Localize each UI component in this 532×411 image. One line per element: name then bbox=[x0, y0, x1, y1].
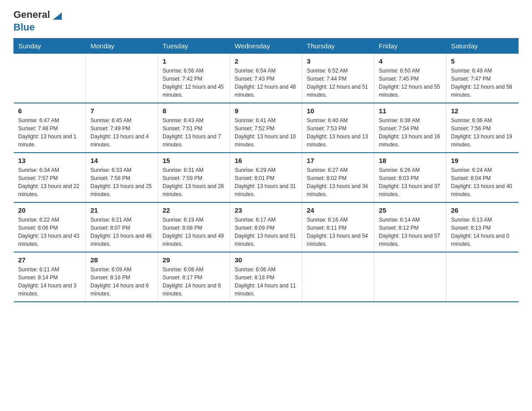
day-cell: 3Sunrise: 6:52 AMSunset: 7:44 PMDaylight… bbox=[302, 53, 374, 103]
day-number: 10 bbox=[307, 107, 369, 115]
day-info: Sunrise: 6:31 AMSunset: 7:59 PMDaylight:… bbox=[163, 166, 225, 198]
day-cell: 2Sunrise: 6:54 AMSunset: 7:43 PMDaylight… bbox=[230, 53, 302, 103]
day-number: 30 bbox=[235, 256, 297, 264]
day-cell bbox=[446, 252, 519, 302]
day-cell: 18Sunrise: 6:26 AMSunset: 8:03 PMDayligh… bbox=[374, 153, 446, 202]
day-info: Sunrise: 6:41 AMSunset: 7:52 PMDaylight:… bbox=[235, 116, 297, 149]
day-number: 7 bbox=[90, 107, 153, 115]
week-row-2: 6Sunrise: 6:47 AMSunset: 7:48 PMDaylight… bbox=[14, 103, 519, 153]
week-row-5: 27Sunrise: 6:11 AMSunset: 8:14 PMDayligh… bbox=[14, 252, 519, 302]
day-info: Sunrise: 6:36 AMSunset: 7:56 PMDaylight:… bbox=[451, 116, 514, 149]
day-info: Sunrise: 6:17 AMSunset: 8:09 PMDaylight:… bbox=[235, 216, 297, 248]
day-number: 3 bbox=[307, 57, 369, 65]
day-info: Sunrise: 6:14 AMSunset: 8:12 PMDaylight:… bbox=[379, 216, 442, 248]
weekday-header-tuesday: Tuesday bbox=[158, 38, 230, 53]
day-cell: 13Sunrise: 6:34 AMSunset: 7:57 PMDayligh… bbox=[14, 153, 86, 202]
day-number: 19 bbox=[451, 157, 514, 164]
day-info: Sunrise: 6:22 AMSunset: 8:06 PMDaylight:… bbox=[18, 216, 82, 248]
day-info: Sunrise: 6:08 AMSunset: 8:17 PMDaylight:… bbox=[163, 265, 225, 298]
day-cell: 15Sunrise: 6:31 AMSunset: 7:59 PMDayligh… bbox=[158, 153, 230, 202]
day-cell: 27Sunrise: 6:11 AMSunset: 8:14 PMDayligh… bbox=[14, 252, 86, 302]
page-header: General Blue bbox=[13, 9, 519, 34]
day-info: Sunrise: 6:06 AMSunset: 8:18 PMDaylight:… bbox=[235, 265, 297, 298]
day-number: 26 bbox=[451, 206, 514, 214]
day-cell: 12Sunrise: 6:36 AMSunset: 7:56 PMDayligh… bbox=[446, 103, 519, 153]
day-info: Sunrise: 6:34 AMSunset: 7:57 PMDaylight:… bbox=[18, 166, 82, 198]
day-cell: 16Sunrise: 6:29 AMSunset: 8:01 PMDayligh… bbox=[230, 153, 302, 202]
day-number: 5 bbox=[451, 57, 514, 65]
day-cell: 22Sunrise: 6:19 AMSunset: 8:08 PMDayligh… bbox=[158, 202, 230, 252]
week-row-4: 20Sunrise: 6:22 AMSunset: 8:06 PMDayligh… bbox=[14, 202, 519, 252]
day-info: Sunrise: 6:13 AMSunset: 8:13 PMDaylight:… bbox=[451, 216, 514, 248]
day-cell: 14Sunrise: 6:33 AMSunset: 7:58 PMDayligh… bbox=[86, 153, 158, 202]
day-info: Sunrise: 6:21 AMSunset: 8:07 PMDaylight:… bbox=[90, 216, 153, 248]
day-cell: 4Sunrise: 6:50 AMSunset: 7:45 PMDaylight… bbox=[374, 53, 446, 103]
day-number: 2 bbox=[235, 57, 297, 65]
day-cell: 21Sunrise: 6:21 AMSunset: 8:07 PMDayligh… bbox=[86, 202, 158, 252]
day-cell: 6Sunrise: 6:47 AMSunset: 7:48 PMDaylight… bbox=[14, 103, 86, 153]
logo-triangle-icon bbox=[51, 9, 64, 21]
day-cell: 10Sunrise: 6:40 AMSunset: 7:53 PMDayligh… bbox=[302, 103, 374, 153]
day-cell: 28Sunrise: 6:09 AMSunset: 8:16 PMDayligh… bbox=[86, 252, 158, 302]
weekday-header-row: SundayMondayTuesdayWednesdayThursdayFrid… bbox=[14, 38, 519, 53]
day-info: Sunrise: 6:54 AMSunset: 7:43 PMDaylight:… bbox=[235, 67, 297, 99]
week-row-3: 13Sunrise: 6:34 AMSunset: 7:57 PMDayligh… bbox=[14, 153, 519, 202]
day-number: 24 bbox=[307, 206, 369, 214]
day-cell: 5Sunrise: 6:49 AMSunset: 7:47 PMDaylight… bbox=[446, 53, 519, 103]
weekday-header-monday: Monday bbox=[86, 38, 158, 53]
day-info: Sunrise: 6:49 AMSunset: 7:47 PMDaylight:… bbox=[451, 67, 514, 99]
day-cell: 1Sunrise: 6:56 AMSunset: 7:42 PMDaylight… bbox=[158, 53, 230, 103]
day-cell bbox=[14, 53, 86, 103]
day-number: 20 bbox=[18, 206, 82, 214]
day-info: Sunrise: 6:26 AMSunset: 8:03 PMDaylight:… bbox=[379, 166, 442, 198]
day-cell bbox=[302, 252, 374, 302]
day-number: 6 bbox=[18, 107, 82, 115]
day-info: Sunrise: 6:38 AMSunset: 7:54 PMDaylight:… bbox=[379, 116, 442, 149]
day-number: 13 bbox=[18, 157, 82, 164]
day-info: Sunrise: 6:16 AMSunset: 8:11 PMDaylight:… bbox=[307, 216, 369, 248]
day-cell: 26Sunrise: 6:13 AMSunset: 8:13 PMDayligh… bbox=[446, 202, 519, 252]
day-number: 17 bbox=[307, 157, 369, 164]
day-cell: 17Sunrise: 6:27 AMSunset: 8:02 PMDayligh… bbox=[302, 153, 374, 202]
day-number: 18 bbox=[379, 157, 442, 164]
day-number: 11 bbox=[379, 107, 442, 115]
day-number: 4 bbox=[379, 57, 442, 65]
weekday-header-wednesday: Wednesday bbox=[230, 38, 302, 53]
day-info: Sunrise: 6:33 AMSunset: 7:58 PMDaylight:… bbox=[90, 166, 153, 198]
day-number: 23 bbox=[235, 206, 297, 214]
day-number: 27 bbox=[18, 256, 82, 264]
weekday-header-thursday: Thursday bbox=[302, 38, 374, 53]
day-info: Sunrise: 6:45 AMSunset: 7:49 PMDaylight:… bbox=[90, 116, 153, 149]
day-cell: 23Sunrise: 6:17 AMSunset: 8:09 PMDayligh… bbox=[230, 202, 302, 252]
weekday-header-saturday: Saturday bbox=[446, 38, 519, 53]
day-cell: 30Sunrise: 6:06 AMSunset: 8:18 PMDayligh… bbox=[230, 252, 302, 302]
day-number: 15 bbox=[163, 157, 225, 164]
day-info: Sunrise: 6:09 AMSunset: 8:16 PMDaylight:… bbox=[90, 265, 153, 298]
week-row-1: 1Sunrise: 6:56 AMSunset: 7:42 PMDaylight… bbox=[14, 53, 519, 103]
logo-blue-text: Blue bbox=[13, 21, 64, 33]
day-number: 25 bbox=[379, 206, 442, 214]
logo-general-text: General bbox=[13, 9, 64, 21]
day-cell: 11Sunrise: 6:38 AMSunset: 7:54 PMDayligh… bbox=[374, 103, 446, 153]
day-number: 22 bbox=[163, 206, 225, 214]
day-number: 21 bbox=[90, 206, 153, 214]
day-number: 8 bbox=[163, 107, 225, 115]
weekday-header-sunday: Sunday bbox=[14, 38, 86, 53]
calendar-table: SundayMondayTuesdayWednesdayThursdayFrid… bbox=[13, 38, 519, 302]
day-cell: 9Sunrise: 6:41 AMSunset: 7:52 PMDaylight… bbox=[230, 103, 302, 153]
day-cell: 19Sunrise: 6:24 AMSunset: 8:04 PMDayligh… bbox=[446, 153, 519, 202]
day-cell bbox=[86, 53, 158, 103]
day-info: Sunrise: 6:43 AMSunset: 7:51 PMDaylight:… bbox=[163, 116, 225, 149]
day-number: 14 bbox=[90, 157, 153, 164]
day-number: 29 bbox=[163, 256, 225, 264]
day-number: 28 bbox=[90, 256, 153, 264]
logo: General Blue bbox=[13, 9, 64, 34]
weekday-header-friday: Friday bbox=[374, 38, 446, 53]
day-cell bbox=[374, 252, 446, 302]
day-cell: 25Sunrise: 6:14 AMSunset: 8:12 PMDayligh… bbox=[374, 202, 446, 252]
day-info: Sunrise: 6:56 AMSunset: 7:42 PMDaylight:… bbox=[163, 67, 225, 99]
day-number: 9 bbox=[235, 107, 297, 115]
svg-marker-0 bbox=[53, 13, 62, 20]
day-info: Sunrise: 6:40 AMSunset: 7:53 PMDaylight:… bbox=[307, 116, 369, 149]
day-number: 12 bbox=[451, 107, 514, 115]
